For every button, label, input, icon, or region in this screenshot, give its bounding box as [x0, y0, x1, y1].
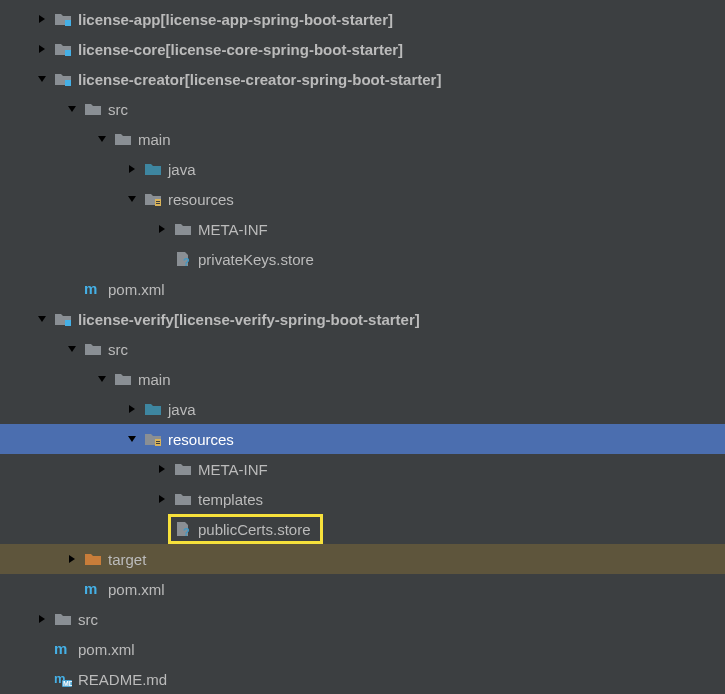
tree-row[interactable]: license-app [license-app-spring-boot-sta… [0, 4, 725, 34]
tree-item-label: publicCerts.store [198, 521, 311, 538]
tree-row[interactable]: java [0, 154, 725, 184]
chevron-right-icon[interactable] [34, 611, 50, 627]
tree-item-label: license-creator [78, 71, 185, 88]
module-icon [54, 41, 72, 57]
folder-icon [84, 341, 102, 357]
tree-row[interactable]: main [0, 364, 725, 394]
tree-item-label: java [168, 401, 196, 418]
chevron-down-icon[interactable] [34, 311, 50, 327]
tree-item-suffix: [license-creator-spring-boot-starter] [185, 71, 442, 88]
tree-item-label: templates [198, 491, 263, 508]
tree-item-label: license-verify [78, 311, 174, 328]
tree-item-label: pom.xml [108, 281, 165, 298]
tree-row[interactable]: pom.xml [0, 574, 725, 604]
tree-item-label: target [108, 551, 146, 568]
folder-icon [54, 611, 72, 627]
module-icon [54, 11, 72, 27]
chevron-down-icon[interactable] [94, 131, 110, 147]
tree-row[interactable]: resources [0, 184, 725, 214]
tree-item-label: pom.xml [78, 641, 135, 658]
chevron-down-icon[interactable] [34, 71, 50, 87]
tree-row[interactable]: main [0, 124, 725, 154]
folder-icon [114, 371, 132, 387]
tree-row[interactable]: README.md [0, 664, 725, 694]
tree-item-label: main [138, 131, 171, 148]
tree-item-label: java [168, 161, 196, 178]
tree-item-label: README.md [78, 671, 167, 688]
folder-icon [174, 491, 192, 507]
res-icon [144, 431, 162, 447]
target-icon [84, 551, 102, 567]
tree-row[interactable]: pom.xml [0, 634, 725, 664]
chevron-down-icon[interactable] [64, 341, 80, 357]
tree-item-label: resources [168, 431, 234, 448]
chevron-right-icon[interactable] [64, 551, 80, 567]
chevron-right-icon[interactable] [154, 461, 170, 477]
folder-icon [114, 131, 132, 147]
chevron-right-icon[interactable] [154, 491, 170, 507]
tree-item-label: src [108, 341, 128, 358]
tree-item-label: META-INF [198, 461, 268, 478]
tree-row[interactable]: publicCerts.store [0, 514, 725, 544]
chevron-right-icon[interactable] [34, 11, 50, 27]
tree-item-label: resources [168, 191, 234, 208]
chevron-down-icon[interactable] [124, 431, 140, 447]
res-icon [144, 191, 162, 207]
chevron-right-icon[interactable] [124, 401, 140, 417]
project-tree: license-app [license-app-spring-boot-sta… [0, 4, 725, 694]
module-icon [54, 311, 72, 327]
unknown-icon [174, 251, 192, 267]
tree-item-label: privateKeys.store [198, 251, 314, 268]
tree-item-label: license-core [78, 41, 166, 58]
folder-icon [174, 461, 192, 477]
tree-row[interactable]: src [0, 94, 725, 124]
tree-row[interactable]: java [0, 394, 725, 424]
tree-item-label: pom.xml [108, 581, 165, 598]
tree-row[interactable]: resources [0, 424, 725, 454]
tree-item-label: main [138, 371, 171, 388]
chevron-right-icon[interactable] [34, 41, 50, 57]
folder-icon [84, 101, 102, 117]
maven-icon [84, 281, 102, 297]
tree-row[interactable]: templates [0, 484, 725, 514]
tree-row[interactable]: src [0, 604, 725, 634]
tree-item-suffix: [license-core-spring-boot-starter] [166, 41, 404, 58]
tree-item-suffix: [license-app-spring-boot-starter] [161, 11, 394, 28]
tree-row[interactable]: privateKeys.store [0, 244, 725, 274]
chevron-down-icon[interactable] [124, 191, 140, 207]
md-icon [54, 671, 72, 687]
tree-row[interactable]: META-INF [0, 214, 725, 244]
chevron-down-icon[interactable] [64, 101, 80, 117]
tree-row[interactable]: license-core [license-core-spring-boot-s… [0, 34, 725, 64]
tree-item-label: src [78, 611, 98, 628]
tree-item-label: META-INF [198, 221, 268, 238]
maven-icon [54, 641, 72, 657]
tree-row[interactable]: target [0, 544, 725, 574]
tree-row[interactable]: pom.xml [0, 274, 725, 304]
tree-row[interactable]: src [0, 334, 725, 364]
chevron-right-icon[interactable] [154, 221, 170, 237]
chevron-right-icon[interactable] [124, 161, 140, 177]
tree-item-suffix: [license-verify-spring-boot-starter] [174, 311, 420, 328]
tree-item-label: license-app [78, 11, 161, 28]
tree-row[interactable]: META-INF [0, 454, 725, 484]
src-icon [144, 161, 162, 177]
maven-icon [84, 581, 102, 597]
unknown-icon [174, 521, 192, 537]
folder-icon [174, 221, 192, 237]
chevron-down-icon[interactable] [94, 371, 110, 387]
tree-row[interactable]: license-verify [license-verify-spring-bo… [0, 304, 725, 334]
module-icon [54, 71, 72, 87]
src-icon [144, 401, 162, 417]
tree-row[interactable]: license-creator [license-creator-spring-… [0, 64, 725, 94]
tree-item-label: src [108, 101, 128, 118]
